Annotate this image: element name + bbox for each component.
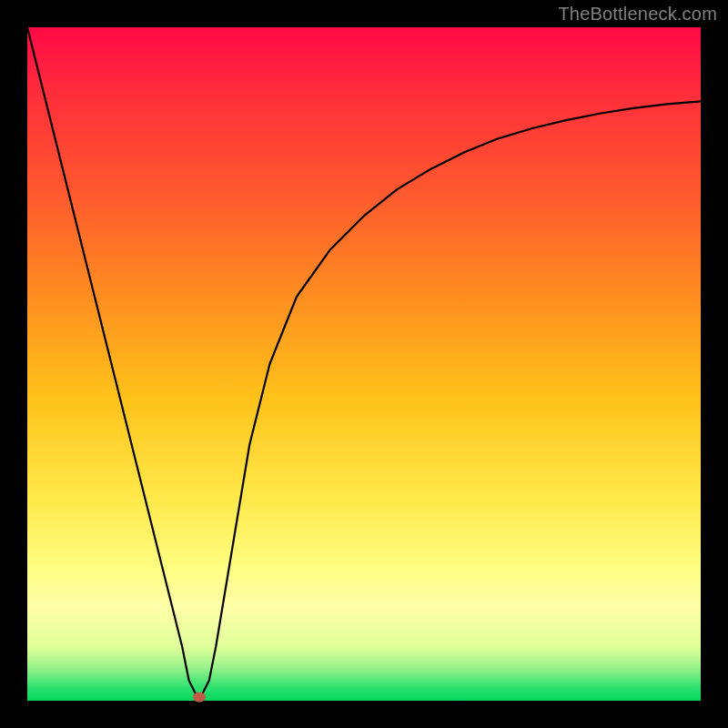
watermark-text: TheBottleneck.com xyxy=(558,4,717,25)
chart-frame: TheBottleneck.com xyxy=(0,0,728,728)
plot-area xyxy=(27,27,701,701)
valley-marker xyxy=(193,693,206,703)
bottleneck-curve xyxy=(27,27,701,694)
curve-svg xyxy=(27,27,701,701)
